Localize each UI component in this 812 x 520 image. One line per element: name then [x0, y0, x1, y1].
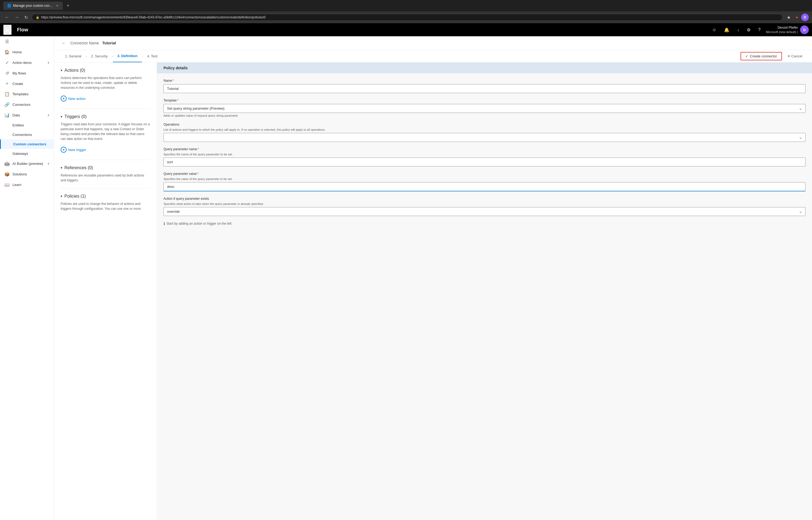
query-param-value-input[interactable] — [163, 182, 806, 191]
checkmark-icon: ✓ — [745, 54, 749, 58]
close-tab-button[interactable]: ✕ — [56, 4, 58, 7]
sidebar-item-action-items[interactable]: ✓ Action items ∨ — [0, 57, 54, 68]
cancel-x-icon: ✕ — [787, 54, 790, 58]
template-select-wrapper: Set query string parameter (Preview) — [163, 104, 806, 113]
browser-nav-bar: ← → ↻ 🔒 https://preview.flow.microsoft.c… — [0, 11, 812, 23]
operations-select-wrapper — [163, 133, 806, 142]
sidebar-item-custom-connectors-label: Custom connectors — [13, 142, 46, 146]
sidebar-item-entities[interactable]: Entities — [0, 121, 54, 130]
sidebar-item-create[interactable]: + Create — [0, 78, 54, 89]
cancel-label: Cancel — [791, 54, 802, 58]
sidebar-item-templates-label: Templates — [12, 92, 28, 96]
ai-builder-chevron: ∨ — [47, 162, 50, 165]
query-param-name-input[interactable] — [163, 158, 806, 166]
triggers-section-header: ▾ Triggers (0) — [61, 114, 150, 119]
user-text: Denzel Pfeifer Microsoft (new default) ( — [766, 26, 798, 34]
sidebar-item-ai-builder[interactable]: 🤖 AI Builder (preview) ∨ — [0, 158, 54, 169]
sidebar-item-learn[interactable]: 📖 Learn — [0, 180, 54, 190]
sidebar-item-templates[interactable]: 📋 Templates — [0, 89, 54, 99]
tab-title: Manage your custom connectors — [13, 4, 54, 7]
user-avatar[interactable]: D — [800, 25, 809, 34]
new-action-plus-icon: + — [61, 96, 67, 102]
sidebar-item-entities-label: Entities — [12, 123, 24, 127]
sidebar-item-solutions[interactable]: 📦 Solutions — [0, 169, 54, 180]
cancel-button[interactable]: ✕ Cancel — [784, 53, 806, 60]
action-if-exists-label: Action if query parameter exists — [163, 197, 806, 201]
sidebar-item-home-label: Home — [12, 50, 22, 54]
sidebar-item-connections-label: Connections — [12, 133, 32, 137]
waffle-menu-button[interactable]: ⊞ — [3, 25, 11, 35]
query-param-value-label: Query parameter value * — [163, 172, 806, 176]
template-select[interactable]: Set query string parameter (Preview) — [163, 104, 806, 113]
tab-test[interactable]: 4. Test — [143, 50, 162, 62]
data-chevron: ∧ — [47, 113, 50, 117]
browser-profile-avatar[interactable]: D — [801, 14, 809, 21]
help-button[interactable]: ? — [756, 26, 763, 34]
data-icon: 📊 — [4, 112, 10, 118]
action-if-exists-desc: Specifies what action to take when the q… — [163, 202, 806, 205]
references-toggle[interactable]: ▾ — [61, 166, 62, 170]
actions-section-title: Actions (0) — [64, 68, 85, 73]
content-area: ▾ Actions (0) Actions determine the oper… — [54, 62, 812, 520]
sidebar-item-data[interactable]: 📊 Data ∧ — [0, 110, 54, 121]
triggers-section-title: Triggers (0) — [64, 114, 87, 119]
reload-button[interactable]: ↻ — [23, 14, 29, 21]
emoji-button[interactable]: ☺ — [710, 26, 718, 34]
policies-section-desc: Policies are used to change the behavior… — [61, 201, 150, 211]
forward-button[interactable]: → — [13, 14, 21, 21]
policies-section-title: Policies (1) — [64, 194, 86, 199]
address-bar[interactable]: 🔒 https://preview.flow.microsoft.com/man… — [32, 14, 783, 21]
operations-select[interactable] — [163, 133, 806, 142]
sidebar: ☰ 🏠 Home ✓ Action items ∨ ↺ My flows + C… — [0, 36, 54, 520]
sidebar-menu-toggle[interactable]: ☰ — [0, 36, 54, 47]
back-connector-button[interactable]: ← — [61, 40, 67, 47]
policy-form: Name * Template * Set query — [157, 73, 812, 231]
create-connector-button[interactable]: ✓ Create connector — [740, 52, 782, 60]
menu-icon: ☰ — [4, 39, 10, 44]
actions-section-desc: Actions determine the operations that us… — [61, 76, 150, 90]
tab-general[interactable]: 1. General — [61, 50, 86, 62]
tab-definition[interactable]: 3. Definition — [113, 50, 141, 62]
action-if-exists-select[interactable]: override — [163, 207, 806, 216]
new-trigger-label: New trigger — [68, 148, 86, 152]
sidebar-item-home[interactable]: 🏠 Home — [0, 47, 54, 57]
new-trigger-button[interactable]: + New trigger — [61, 145, 86, 154]
bookmark-button[interactable]: ★ — [785, 14, 792, 21]
sidebar-item-action-items-label: Action items — [12, 61, 32, 65]
user-name: Denzel Pfeifer — [766, 26, 798, 30]
extension-button[interactable]: ● — [793, 14, 800, 21]
action-if-exists-select-wrapper: override — [163, 207, 806, 216]
tab-security[interactable]: 2. Security — [87, 50, 112, 62]
action-items-icon: ✓ — [4, 60, 10, 65]
info-icon: ℹ — [163, 222, 165, 226]
actions-toggle[interactable]: ▾ — [61, 69, 62, 72]
sidebar-item-custom-connectors[interactable]: Custom connectors — [0, 139, 54, 149]
sidebar-item-create-label: Create — [12, 82, 23, 86]
new-action-button[interactable]: + New action — [61, 94, 85, 103]
query-param-name-form-group: Query parameter name * Specifies the nam… — [163, 147, 806, 166]
sidebar-item-my-flows[interactable]: ↺ My flows — [0, 68, 54, 78]
my-flows-icon: ↺ — [4, 71, 10, 76]
tab-definition-label: 3. Definition — [117, 54, 137, 58]
new-tab-button[interactable]: + — [65, 3, 71, 9]
template-hint: Adds or updates value of request query s… — [163, 114, 806, 117]
user-info[interactable]: Denzel Pfeifer Microsoft (new default) (… — [766, 25, 809, 34]
active-browser-tab[interactable]: Manage your custom connectors ✕ — [3, 2, 63, 10]
connector-name-label: Connector Name — [70, 41, 99, 45]
sidebar-item-gateways[interactable]: Gateways — [0, 149, 54, 158]
name-input[interactable] — [163, 84, 806, 93]
policies-toggle[interactable]: ▾ — [61, 194, 62, 198]
browser-tab-bar: Manage your custom connectors ✕ + — [0, 0, 812, 11]
sidebar-item-connectors[interactable]: 🔗 Connectors — [0, 99, 54, 110]
notifications-button[interactable]: 🔔 — [722, 26, 732, 34]
create-icon: + — [4, 81, 10, 86]
download-button[interactable]: ↓ — [735, 26, 741, 34]
back-button[interactable]: ← — [3, 14, 11, 21]
user-org: Microsoft (new default) ( — [766, 30, 798, 34]
query-param-name-label: Query parameter name * — [163, 147, 806, 151]
section-divider-2 — [61, 160, 150, 160]
triggers-toggle[interactable]: ▾ — [61, 115, 62, 119]
query-param-value-form-group: Query parameter value * Specifies the va… — [163, 172, 806, 191]
settings-button[interactable]: ⚙ — [744, 26, 753, 34]
sidebar-item-connections[interactable]: Connections — [0, 130, 54, 139]
